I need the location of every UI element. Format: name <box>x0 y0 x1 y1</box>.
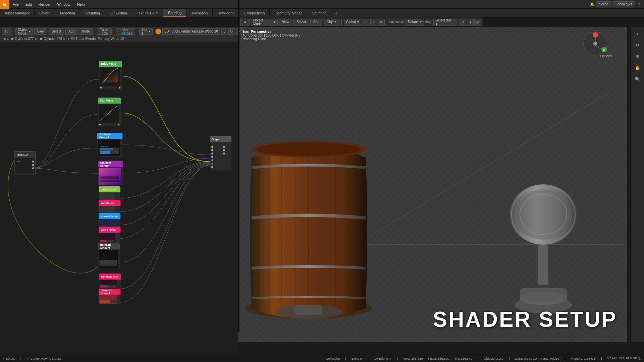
use-nodes-btn[interactable]: ✓ Use Nodes <box>116 28 135 35</box>
editor-type-btn[interactable]: ⬡ <box>2 28 11 35</box>
view-btn[interactable]: View <box>34 28 48 35</box>
viewport-info: User Perspective (40) Collection | 100.0… <box>241 29 301 41</box>
node-occlusion-control[interactable]: Occlusion Control Controls <box>97 133 122 157</box>
nav-gizmo[interactable]: Y X <box>582 30 609 57</box>
vp-tb-sep2 <box>387 19 387 25</box>
status-select[interactable]: Select <box>6 357 14 360</box>
tab-animation[interactable]: Animation <box>186 9 213 17</box>
tab-texture-paint[interactable]: Texture Paint <box>132 9 163 17</box>
viewport-scale-btn[interactable]: ⊞ <box>378 19 385 25</box>
right-tool-1[interactable]: ↕ <box>633 29 642 38</box>
svg-point-34 <box>211 149 213 151</box>
bc-cylinder-077[interactable]: ⏺ Cylinder.077 <box>11 37 34 41</box>
status-collection: Collection <box>326 357 340 360</box>
vp-overlay-btn[interactable]: ⊙ <box>460 19 466 25</box>
svg-point-41 <box>223 149 225 151</box>
vp-tb-sep1 <box>341 19 342 25</box>
svg-rect-6 <box>100 148 113 150</box>
right-tool-5[interactable]: 🔍 <box>633 74 642 84</box>
right-panel: ↕ ↺ ⊞ ✋ 🔍 <box>631 27 644 342</box>
svg-point-39 <box>211 166 213 168</box>
material-shield-btn[interactable]: 🛡 <box>228 28 235 35</box>
viewport-3d[interactable]: User Perspective (40) Collection | 100.0… <box>238 27 627 342</box>
svg-point-45 <box>32 161 34 163</box>
menu-window[interactable]: Window <box>54 0 74 8</box>
material-name-dropdown[interactable]: 3D Tudor Blender Fantasy Wood 10 <box>162 28 220 35</box>
panel-divider[interactable] <box>238 17 239 333</box>
vp-render-btn[interactable]: ◎ <box>474 19 481 25</box>
tab-geometry-nodes[interactable]: Geometry Nodes <box>270 9 307 17</box>
svg-point-65 <box>515 189 572 240</box>
scene-selector[interactable]: Scene <box>596 1 611 7</box>
node-gradient-control[interactable]: Gradient Control <box>98 161 123 185</box>
node-input[interactable]: Textur..D Input <box>14 151 36 175</box>
node-edge-wear[interactable]: Edge Wear <box>99 61 122 89</box>
svg-point-77 <box>593 42 597 46</box>
svg-point-63 <box>257 142 361 156</box>
options-button[interactable]: Options <box>598 54 614 59</box>
status-zoom: 100.0% <box>352 357 362 360</box>
node-output[interactable]: Output <box>210 136 231 171</box>
node-btn[interactable]: Node <box>79 28 93 35</box>
tab-uv-editing[interactable]: UV Editing <box>105 9 132 17</box>
right-tool-4[interactable]: ✋ <box>633 63 642 72</box>
right-tool-3[interactable]: ⊞ <box>633 52 642 61</box>
small-object-svg <box>500 174 587 315</box>
viewport-rotate-btn[interactable]: ↺ <box>370 19 377 25</box>
blender-logo[interactable]: B <box>0 0 9 9</box>
node-barnacle-normal[interactable]: Barnacle Normal <box>99 289 120 304</box>
svg-text:Controls: Controls <box>101 145 108 147</box>
select-box-dropdown[interactable]: Select Box ▾ <box>433 19 457 25</box>
svg-point-37 <box>211 159 213 161</box>
viewport-toolbar: 🖥 Object Mode▾ View Select Add Object Gl… <box>238 17 483 27</box>
tab-asset-manager[interactable]: Asset Manager <box>0 9 35 17</box>
node-barnacle-amount[interactable]: Barnacle Amount <box>98 243 120 269</box>
tab-layout[interactable]: Layout <box>35 9 55 17</box>
tab-modeling[interactable]: Modeling <box>55 9 80 17</box>
right-tool-2[interactable]: ↺ <box>633 40 642 50</box>
viewport-global-dropdown[interactable]: Global▾ <box>344 19 361 25</box>
tab-sculpting[interactable]: Sculpting <box>80 9 105 17</box>
material-users-btn[interactable]: 5 <box>221 28 227 35</box>
turbo-tools-btn[interactable]: Turbo Tools <box>97 28 112 35</box>
viewport-view-btn[interactable]: View <box>279 19 292 25</box>
tab-scripting[interactable]: Scripting <box>307 9 331 17</box>
orientation-dropdown[interactable]: Default▾ <box>406 19 424 25</box>
svg-rect-31 <box>100 300 110 303</box>
tab-compositing[interactable]: Compositing <box>239 9 270 17</box>
status-vram: VRAM: 13.7/16.0 GB ⓘ <box>607 356 641 361</box>
svg-rect-28 <box>100 285 108 288</box>
material-preview-dot[interactable] <box>155 28 161 35</box>
node-flat-wear[interactable]: Flat Wear <box>98 98 121 126</box>
viewport-add-btn[interactable]: Add <box>310 19 322 25</box>
status-memory: Memory: 1.83 GB <box>571 357 596 360</box>
viewport-editor-type[interactable]: 🖥 <box>240 19 250 25</box>
svg-point-38 <box>211 163 213 165</box>
status-objects: Objects:0/100 <box>484 357 503 360</box>
add-workspace-tab[interactable]: + <box>331 9 341 17</box>
menu-file[interactable]: File <box>9 0 22 8</box>
svg-rect-25 <box>100 260 117 263</box>
view-layer-selector[interactable]: ViewLayer <box>613 1 635 7</box>
top-menu-bar: B File Edit Render Window Help 🔔 Scene V… <box>0 0 644 9</box>
viewport-object-mode[interactable]: Object Mode▾ <box>251 19 278 25</box>
node-wood-rotation[interactable]: Wood Rotat. <box>99 227 120 244</box>
viewport-transform-btn[interactable]: ↕ <box>363 19 369 25</box>
bc-cylinder-078[interactable]: ⏺ Cylinder.078 <box>39 37 62 41</box>
tab-shading[interactable]: Shading <box>163 9 186 17</box>
add-btn[interactable]: Add <box>65 28 77 35</box>
svg-point-46 <box>32 164 34 166</box>
object-mode-dropdown[interactable]: Object Mode▾ <box>15 28 33 35</box>
node-canvas[interactable]: Edge Wear Flat Wear <box>0 42 238 355</box>
menu-edit[interactable]: Edit <box>22 0 35 8</box>
viewport-select-btn[interactable]: Select <box>293 19 309 25</box>
menu-help[interactable]: Help <box>74 0 88 8</box>
viewport-object-btn[interactable]: Object <box>324 19 339 25</box>
node-barnacle-scale[interactable]: Barnacle Sca. <box>99 274 121 289</box>
tab-rendering[interactable]: Rendering <box>213 9 239 17</box>
menu-render[interactable]: Render <box>35 0 54 8</box>
select-btn[interactable]: Select <box>49 28 64 35</box>
slot-dropdown[interactable]: Slot 1▾ <box>139 28 153 35</box>
bc-material[interactable]: ● 3D Tudor Blender Fantasy Wood 10 <box>67 37 124 41</box>
vp-shading-btn[interactable]: ● <box>467 19 474 25</box>
